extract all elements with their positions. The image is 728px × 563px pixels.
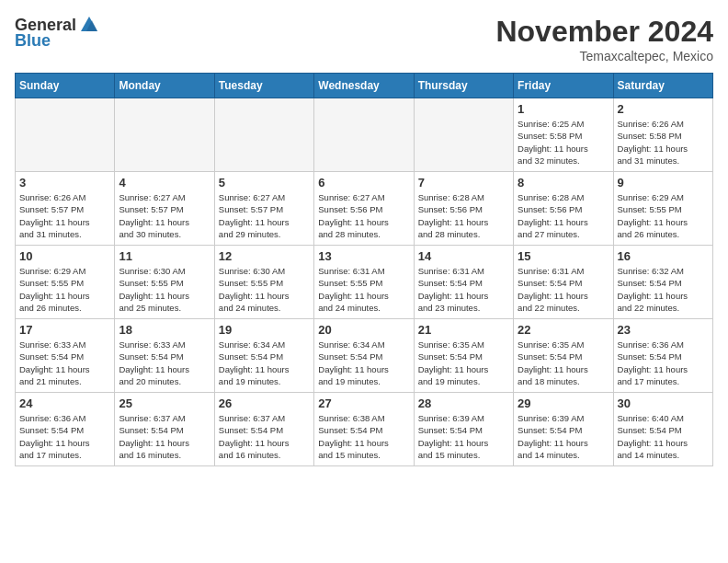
day-number: 5 (219, 176, 310, 190)
weekday-header-sunday: Sunday (16, 74, 115, 98)
day-info: Sunrise: 6:28 AM Sunset: 5:56 PM Dayligh… (418, 191, 509, 240)
calendar-cell (314, 98, 414, 172)
weekday-header-monday: Monday (115, 74, 214, 98)
calendar-cell: 2Sunrise: 6:26 AM Sunset: 5:58 PM Daylig… (613, 98, 712, 172)
calendar-cell: 23Sunrise: 6:36 AM Sunset: 5:54 PM Dayli… (613, 319, 712, 393)
calendar-cell: 20Sunrise: 6:34 AM Sunset: 5:54 PM Dayli… (314, 319, 414, 393)
calendar-cell: 26Sunrise: 6:37 AM Sunset: 5:54 PM Dayli… (214, 393, 313, 466)
calendar-cell: 7Sunrise: 6:28 AM Sunset: 5:56 PM Daylig… (414, 172, 513, 246)
day-number: 21 (418, 323, 509, 337)
calendar-cell: 15Sunrise: 6:31 AM Sunset: 5:54 PM Dayli… (514, 246, 613, 319)
day-info: Sunrise: 6:34 AM Sunset: 5:54 PM Dayligh… (318, 339, 409, 387)
calendar-cell (414, 98, 513, 172)
day-number: 20 (318, 323, 409, 337)
calendar-cell: 1Sunrise: 6:25 AM Sunset: 5:58 PM Daylig… (514, 98, 613, 172)
calendar-cell (115, 98, 214, 172)
day-number: 8 (518, 176, 609, 190)
day-number: 30 (618, 396, 709, 410)
day-info: Sunrise: 6:29 AM Sunset: 5:55 PM Dayligh… (19, 265, 110, 314)
day-number: 10 (19, 249, 110, 263)
calendar-cell: 25Sunrise: 6:37 AM Sunset: 5:54 PM Dayli… (115, 393, 214, 466)
day-number: 11 (119, 249, 210, 263)
weekday-header-wednesday: Wednesday (314, 74, 414, 98)
day-number: 15 (518, 249, 609, 263)
calendar-cell (214, 98, 313, 172)
day-info: Sunrise: 6:32 AM Sunset: 5:54 PM Dayligh… (618, 265, 709, 314)
calendar-cell: 24Sunrise: 6:36 AM Sunset: 5:54 PM Dayli… (16, 393, 115, 466)
day-info: Sunrise: 6:36 AM Sunset: 5:54 PM Dayligh… (19, 412, 110, 461)
day-number: 14 (418, 249, 509, 263)
calendar-cell: 9Sunrise: 6:29 AM Sunset: 5:55 PM Daylig… (613, 172, 712, 246)
weekday-header-saturday: Saturday (613, 74, 712, 98)
day-info: Sunrise: 6:28 AM Sunset: 5:56 PM Dayligh… (518, 191, 609, 240)
calendar-cell: 13Sunrise: 6:31 AM Sunset: 5:55 PM Dayli… (314, 246, 414, 319)
day-number: 26 (219, 396, 310, 410)
day-number: 1 (518, 102, 609, 116)
day-number: 18 (119, 323, 210, 337)
logo: General Blue (15, 15, 100, 51)
day-number: 2 (618, 102, 709, 116)
calendar-week-3: 10Sunrise: 6:29 AM Sunset: 5:55 PM Dayli… (16, 246, 713, 319)
day-number: 29 (518, 396, 609, 410)
day-info: Sunrise: 6:35 AM Sunset: 5:54 PM Dayligh… (518, 339, 609, 387)
day-number: 23 (618, 323, 709, 337)
location: Temaxcaltepec, Mexico (495, 49, 713, 63)
day-number: 16 (618, 249, 709, 263)
day-info: Sunrise: 6:33 AM Sunset: 5:54 PM Dayligh… (19, 339, 110, 387)
day-info: Sunrise: 6:27 AM Sunset: 5:57 PM Dayligh… (219, 191, 310, 240)
calendar-cell: 28Sunrise: 6:39 AM Sunset: 5:54 PM Dayli… (414, 393, 513, 466)
day-info: Sunrise: 6:39 AM Sunset: 5:54 PM Dayligh… (518, 412, 609, 461)
day-number: 22 (518, 323, 609, 337)
calendar-cell: 17Sunrise: 6:33 AM Sunset: 5:54 PM Dayli… (16, 319, 115, 393)
calendar-cell: 5Sunrise: 6:27 AM Sunset: 5:57 PM Daylig… (214, 172, 313, 246)
day-number: 28 (418, 396, 509, 410)
calendar-cell: 6Sunrise: 6:27 AM Sunset: 5:56 PM Daylig… (314, 172, 414, 246)
calendar-week-2: 3Sunrise: 6:26 AM Sunset: 5:57 PM Daylig… (16, 172, 713, 246)
calendar-week-4: 17Sunrise: 6:33 AM Sunset: 5:54 PM Dayli… (16, 319, 713, 393)
day-number: 25 (119, 396, 210, 410)
day-info: Sunrise: 6:29 AM Sunset: 5:55 PM Dayligh… (618, 191, 709, 240)
calendar-cell: 11Sunrise: 6:30 AM Sunset: 5:55 PM Dayli… (115, 246, 214, 319)
calendar-table: SundayMondayTuesdayWednesdayThursdayFrid… (15, 73, 713, 466)
calendar-week-5: 24Sunrise: 6:36 AM Sunset: 5:54 PM Dayli… (16, 393, 713, 466)
month-title: November 2024 (495, 15, 713, 49)
day-info: Sunrise: 6:31 AM Sunset: 5:55 PM Dayligh… (318, 265, 409, 314)
day-info: Sunrise: 6:27 AM Sunset: 5:56 PM Dayligh… (318, 191, 409, 240)
day-info: Sunrise: 6:38 AM Sunset: 5:54 PM Dayligh… (318, 412, 409, 461)
calendar-cell: 12Sunrise: 6:30 AM Sunset: 5:55 PM Dayli… (214, 246, 313, 319)
day-info: Sunrise: 6:25 AM Sunset: 5:58 PM Dayligh… (518, 118, 609, 167)
calendar-cell: 4Sunrise: 6:27 AM Sunset: 5:57 PM Daylig… (115, 172, 214, 246)
calendar-cell: 3Sunrise: 6:26 AM Sunset: 5:57 PM Daylig… (16, 172, 115, 246)
calendar-cell: 14Sunrise: 6:31 AM Sunset: 5:54 PM Dayli… (414, 246, 513, 319)
day-info: Sunrise: 6:30 AM Sunset: 5:55 PM Dayligh… (219, 265, 310, 314)
day-number: 12 (219, 249, 310, 263)
day-number: 24 (19, 396, 110, 410)
calendar-cell: 10Sunrise: 6:29 AM Sunset: 5:55 PM Dayli… (16, 246, 115, 319)
day-number: 7 (418, 176, 509, 190)
day-number: 19 (219, 323, 310, 337)
day-number: 27 (318, 396, 409, 410)
day-info: Sunrise: 6:33 AM Sunset: 5:54 PM Dayligh… (119, 339, 210, 387)
day-info: Sunrise: 6:31 AM Sunset: 5:54 PM Dayligh… (518, 265, 609, 314)
weekday-header-thursday: Thursday (414, 74, 513, 98)
title-block: November 2024 Temaxcaltepec, Mexico (495, 15, 713, 63)
day-info: Sunrise: 6:30 AM Sunset: 5:55 PM Dayligh… (119, 265, 210, 314)
logo-blue-text: Blue (15, 31, 51, 51)
day-number: 17 (19, 323, 110, 337)
calendar-cell: 30Sunrise: 6:40 AM Sunset: 5:54 PM Dayli… (613, 393, 712, 466)
day-info: Sunrise: 6:36 AM Sunset: 5:54 PM Dayligh… (618, 339, 709, 387)
logo-icon (79, 15, 99, 35)
calendar-cell: 18Sunrise: 6:33 AM Sunset: 5:54 PM Dayli… (115, 319, 214, 393)
calendar-cell: 8Sunrise: 6:28 AM Sunset: 5:56 PM Daylig… (514, 172, 613, 246)
day-number: 13 (318, 249, 409, 263)
day-info: Sunrise: 6:37 AM Sunset: 5:54 PM Dayligh… (119, 412, 210, 461)
weekday-header-friday: Friday (514, 74, 613, 98)
calendar-cell: 22Sunrise: 6:35 AM Sunset: 5:54 PM Dayli… (514, 319, 613, 393)
calendar-cell: 21Sunrise: 6:35 AM Sunset: 5:54 PM Dayli… (414, 319, 513, 393)
calendar-cell: 19Sunrise: 6:34 AM Sunset: 5:54 PM Dayli… (214, 319, 313, 393)
calendar-cell: 29Sunrise: 6:39 AM Sunset: 5:54 PM Dayli… (514, 393, 613, 466)
day-number: 3 (19, 176, 110, 190)
day-info: Sunrise: 6:26 AM Sunset: 5:58 PM Dayligh… (618, 118, 709, 167)
day-number: 9 (618, 176, 709, 190)
day-info: Sunrise: 6:37 AM Sunset: 5:54 PM Dayligh… (219, 412, 310, 461)
